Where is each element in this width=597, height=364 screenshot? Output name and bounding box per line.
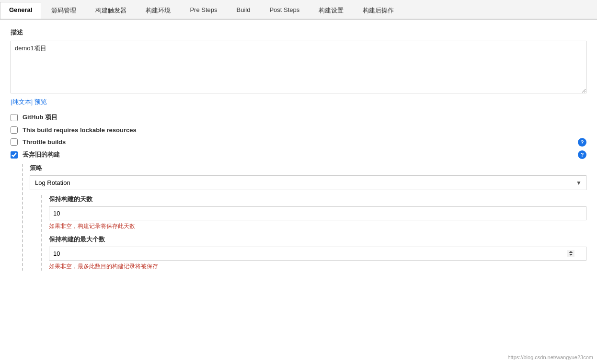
main-content: 描述 demo1项目 [纯文本] 预览 GitHub 项目 This build… [0,20,597,284]
github-checkbox[interactable] [11,114,18,121]
keep-days-hint: 如果非空，构建记录将保存此天数 [49,222,586,230]
keep-max-label: 保持构建的最大个数 [49,235,586,244]
tab-bar: General 源码管理 构建触发器 构建环境 Pre Steps Build … [0,0,597,20]
strategy-select[interactable]: Log Rotation 自定义 [30,175,586,190]
discard-help-icon[interactable]: ? [578,150,586,159]
github-checkbox-row: GitHub 项目 [11,113,586,122]
tab-settings[interactable]: 构建设置 [310,2,353,19]
discard-checkbox[interactable] [11,151,18,159]
tab-postbuild[interactable]: 构建后操作 [354,2,403,19]
description-textarea[interactable]: demo1项目 [11,41,586,93]
tab-general[interactable]: General [0,2,41,19]
discard-checkbox-row: 丢弃旧的构建 ? [11,150,586,159]
keep-days-section: 保持构建的天数 如果非空，构建记录将保存此天数 保持构建的最大个数 如果非空，最… [41,195,586,271]
keep-days-label: 保持构建的天数 [49,195,586,204]
github-label[interactable]: GitHub 项目 [23,113,57,122]
strategy-select-wrap: Log Rotation 自定义 ▼ [30,175,586,190]
discard-label[interactable]: 丢弃旧的构建 [23,150,60,159]
preview-label[interactable]: 预览 [34,98,47,105]
keep-max-input[interactable] [49,247,586,261]
discard-options-section: 策略 Log Rotation 自定义 ▼ 保持构建的天数 如果非空，构建记录将… [22,164,586,271]
keep-days-input[interactable] [49,206,586,220]
lockable-label[interactable]: This build requires lockable resources [23,126,137,134]
throttle-checkbox-row: Throttle builds ? [11,138,586,146]
tab-env[interactable]: 构建环境 [137,2,180,19]
plain-text-link[interactable]: [纯文本] [11,98,33,105]
tab-poststeps[interactable]: Post Steps [260,2,309,19]
description-label: 描述 [11,28,586,37]
tab-presteps[interactable]: Pre Steps [181,2,226,19]
throttle-label[interactable]: Throttle builds [23,138,66,146]
preview-link-row: [纯文本] 预览 [11,98,586,106]
tab-build[interactable]: Build [228,2,260,19]
strategy-label: 策略 [30,164,586,172]
throttle-help-icon[interactable]: ? [578,138,586,147]
lockable-checkbox[interactable] [11,126,18,134]
keep-max-input-wrap [49,247,586,261]
tab-trigger[interactable]: 构建触发器 [86,2,136,19]
lockable-checkbox-row: This build requires lockable resources [11,126,586,134]
tab-source[interactable]: 源码管理 [42,2,85,19]
keep-max-hint: 如果非空，最多此数目的构建记录将被保存 [49,262,586,271]
throttle-checkbox[interactable] [11,138,18,146]
